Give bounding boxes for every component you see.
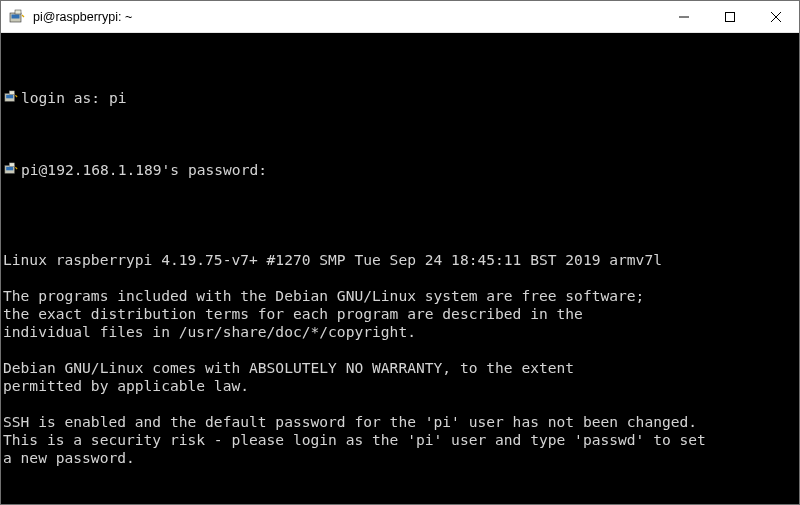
motd-line: SSH is enabled and the default password … [3, 413, 797, 431]
password-prompt-text: pi@192.168.1.189's password: [21, 161, 267, 179]
putty-small-icon [3, 161, 19, 177]
titlebar[interactable]: pi@raspberrypi: ~ [1, 1, 799, 33]
putty-window: pi@raspberrypi: ~ logi [0, 0, 800, 505]
svg-rect-2 [15, 10, 21, 14]
maximize-button[interactable] [707, 1, 753, 32]
motd-line: The programs included with the Debian GN… [3, 287, 797, 305]
window-title: pi@raspberrypi: ~ [33, 10, 661, 24]
motd-line: a new password. [3, 449, 797, 467]
svg-rect-1 [12, 14, 20, 18]
login-line: login as: pi [3, 89, 797, 107]
svg-rect-9 [6, 95, 13, 99]
svg-rect-5 [726, 12, 735, 21]
login-user-text: pi [109, 89, 127, 106]
motd-line: the exact distribution terms for each pr… [3, 305, 797, 323]
password-line: pi@192.168.1.189's password: [3, 161, 797, 179]
motd-line: Linux raspberrypi 4.19.75-v7+ #1270 SMP … [3, 251, 797, 269]
window-controls [661, 1, 799, 32]
putty-icon [9, 9, 25, 25]
motd-block: Linux raspberrypi 4.19.75-v7+ #1270 SMP … [3, 251, 797, 485]
putty-small-icon [3, 89, 19, 105]
terminal-area[interactable]: login as: pi pi@192.168.1.189's password… [1, 33, 799, 504]
motd-line: Debian GNU/Linux comes with ABSOLUTELY N… [3, 359, 797, 377]
motd-line: permitted by applicable law. [3, 377, 797, 395]
svg-line-15 [15, 167, 17, 169]
svg-rect-14 [9, 163, 14, 167]
motd-line [3, 269, 797, 287]
motd-line [3, 341, 797, 359]
svg-line-11 [15, 95, 17, 97]
motd-line [3, 467, 797, 485]
motd-line [3, 395, 797, 413]
motd-line: This is a security risk - please login a… [3, 431, 797, 449]
motd-line: individual files in /usr/share/doc/*/cop… [3, 323, 797, 341]
minimize-button[interactable] [661, 1, 707, 32]
svg-rect-13 [6, 167, 13, 171]
svg-line-3 [22, 15, 24, 17]
login-prompt-text: login as: [21, 89, 109, 106]
close-button[interactable] [753, 1, 799, 32]
svg-rect-10 [9, 91, 14, 95]
